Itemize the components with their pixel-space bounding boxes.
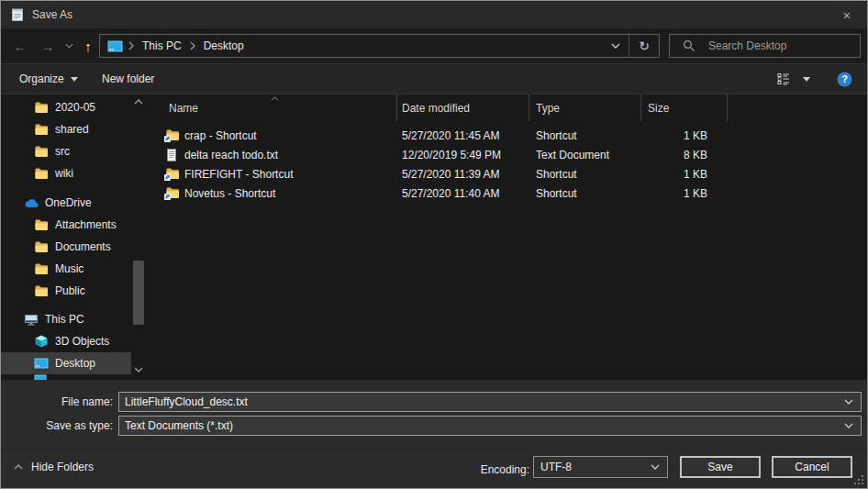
cancel-button[interactable]: Cancel	[772, 456, 852, 478]
file-name: FIREFIGHT - Shortcut	[184, 168, 293, 181]
file-name-combobox[interactable]	[118, 392, 862, 412]
breadcrumb-desktop[interactable]: Desktop	[201, 39, 247, 52]
chevron-down-icon	[651, 464, 660, 470]
sidebar-item-this-pc[interactable]: This PC	[1, 308, 131, 330]
this-pc-icon	[107, 40, 123, 52]
file-row[interactable]: delta reach todo.txt 12/20/2019 5:49 PM …	[148, 145, 867, 164]
file-name: Novetus - Shortcut	[184, 187, 275, 200]
fields-panel: File name: Save as type: Text Documents …	[1, 380, 867, 449]
file-name-label: File name:	[1, 392, 113, 412]
file-size: 1 KB	[641, 129, 728, 142]
save-as-dialog: Save As × ← → ↑ This PC Desktop	[0, 0, 868, 489]
folder-icon	[34, 285, 49, 296]
hide-folders-label: Hide Folders	[31, 461, 94, 473]
sidebar-item-music[interactable]: Music	[1, 258, 131, 280]
search-icon	[683, 39, 696, 52]
column-headers: Name Date modified Type Size	[148, 94, 867, 121]
file-type: Shortcut	[529, 187, 641, 200]
new-folder-label: New folder	[102, 72, 154, 85]
new-folder-button[interactable]: New folder	[102, 64, 154, 94]
refresh-button[interactable]: ↻	[629, 35, 659, 57]
file-row[interactable]: crap - Shortcut 5/27/2020 11:45 AM Short…	[148, 126, 867, 145]
help-icon[interactable]: ?	[837, 64, 852, 94]
encoding-combobox[interactable]: UTF-8	[533, 456, 668, 478]
sidebar-item-src[interactable]: src	[1, 140, 131, 162]
sidebar-item-label: src	[55, 145, 70, 158]
file-row[interactable]: FIREFIGHT - Shortcut 5/27/2020 11:39 AM …	[148, 164, 867, 183]
scrollbar-thumb[interactable]	[133, 261, 144, 325]
search-box[interactable]	[669, 34, 861, 58]
file-row[interactable]: Novetus - Shortcut 5/27/2020 11:40 AM Sh…	[148, 183, 867, 203]
text-document-icon	[164, 149, 179, 161]
desktop-icon	[34, 358, 49, 369]
sidebar-item-shared[interactable]: shared	[1, 118, 131, 140]
notepad-icon	[10, 7, 25, 22]
breadcrumb-chevron-icon	[128, 41, 134, 50]
details-view-icon[interactable]	[777, 64, 792, 94]
forward-button[interactable]: →	[36, 28, 60, 63]
close-button[interactable]: ×	[827, 1, 867, 28]
address-bar[interactable]: This PC Desktop ↻	[99, 34, 660, 58]
cube-3d-icon	[34, 335, 49, 348]
folder-icon	[34, 241, 49, 252]
file-date: 5/27/2020 11:39 AM	[397, 168, 529, 181]
sidebar-item-label: Public	[55, 284, 85, 297]
up-button[interactable]: ↑	[78, 28, 98, 63]
sidebar-item-label: Music	[55, 262, 83, 275]
folder-icon	[34, 102, 49, 113]
sort-ascending-icon	[271, 96, 279, 101]
chevron-down-icon	[71, 77, 78, 82]
column-header-type[interactable]: Type	[529, 94, 641, 121]
sidebar-scrollbar[interactable]	[131, 94, 146, 380]
encoding-value: UTF-8	[534, 461, 651, 473]
breadcrumb-this-pc[interactable]: This PC	[139, 39, 184, 52]
chevron-down-icon[interactable]	[844, 423, 853, 428]
folder-shortcut-icon	[164, 168, 179, 181]
file-name-input[interactable]	[119, 395, 844, 409]
sidebar-item-attachments[interactable]: Attachments	[1, 214, 131, 236]
sidebar-item-label: OneDrive	[45, 196, 92, 209]
folder-icon	[34, 168, 49, 179]
view-options-chevron[interactable]	[803, 64, 810, 94]
column-header-size[interactable]: Size	[641, 94, 728, 121]
sidebar-item-label: 2020-05	[55, 101, 95, 114]
encoding-label: Encoding:	[460, 450, 529, 489]
sidebar-item-wiki[interactable]: wiki	[1, 162, 131, 184]
file-date: 5/27/2020 11:45 AM	[397, 129, 529, 142]
sidebar-item-onedrive[interactable]: OneDrive	[1, 192, 131, 214]
file-list: Name Date modified Type Size crap - Shor…	[148, 94, 867, 380]
search-input[interactable]	[707, 39, 854, 53]
breadcrumb-chevron-icon	[190, 41, 195, 50]
organize-button[interactable]: Organize	[19, 64, 78, 94]
sidebar-item-3d-objects[interactable]: 3D Objects	[1, 330, 131, 352]
dialog-footer: Hide Folders Encoding: UTF-8 Save Cancel	[1, 449, 867, 488]
sidebar-item-2020-05[interactable]: 2020-05	[1, 96, 131, 118]
folder-icon	[34, 219, 49, 230]
scroll-down-icon[interactable]	[134, 367, 143, 372]
resize-grip[interactable]	[854, 475, 863, 484]
window-title: Save As	[32, 8, 72, 21]
computer-icon	[24, 314, 39, 326]
column-header-date-modified[interactable]: Date modified	[397, 94, 529, 121]
back-button[interactable]: ←	[8, 28, 32, 63]
save-button[interactable]: Save	[680, 456, 761, 478]
save-as-type-value: Text Documents (*.txt)	[119, 419, 844, 432]
sidebar-item-desktop[interactable]: Desktop	[1, 352, 131, 374]
scroll-up-icon[interactable]	[134, 99, 143, 105]
save-as-type-combobox[interactable]: Text Documents (*.txt)	[118, 416, 862, 436]
folder-icon	[34, 146, 49, 157]
file-date: 5/27/2020 11:40 AM	[397, 187, 529, 200]
file-date: 12/20/2019 5:49 PM	[397, 149, 529, 161]
onedrive-icon	[24, 198, 39, 208]
chevron-down-icon[interactable]	[844, 399, 853, 405]
recent-locations-chevron[interactable]	[61, 28, 76, 63]
address-dropdown-chevron[interactable]	[603, 35, 629, 57]
svg-text:?: ?	[841, 73, 848, 84]
sidebar-item-public[interactable]: Public	[1, 280, 131, 302]
main-area: 2020-05 shared src wiki OneDrive Attachm…	[1, 94, 867, 380]
file-size: 1 KB	[641, 168, 728, 181]
sidebar-item-documents[interactable]: Documents	[1, 236, 131, 258]
folder-shortcut-icon	[164, 187, 179, 200]
hide-folders-button[interactable]: Hide Folders	[14, 461, 94, 473]
file-size: 1 KB	[641, 187, 728, 200]
